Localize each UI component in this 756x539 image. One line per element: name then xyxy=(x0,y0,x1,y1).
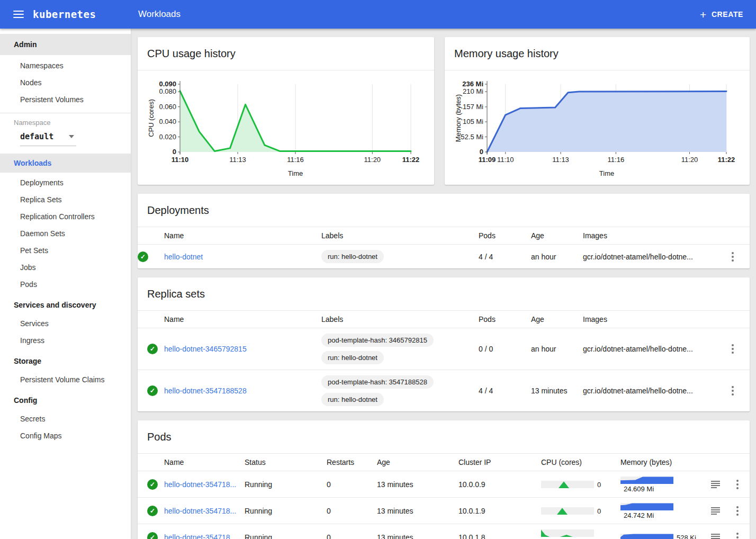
pod-restarts: 0 xyxy=(327,507,377,515)
deployments-title: Deployments xyxy=(138,194,750,227)
sidebar-item-label: Daemon Sets xyxy=(20,229,65,238)
sidebar-item-label: Workloads xyxy=(14,159,51,167)
deployment-link[interactable]: hello-dotnet xyxy=(164,253,203,261)
sidebar-item-admin[interactable]: Admin xyxy=(0,34,131,55)
label-chip: pod-template-hash: 3465792815 xyxy=(321,334,434,347)
replica-set-link[interactable]: hello-dotnet-3547188528 xyxy=(164,387,247,395)
table-row: ✓hello-dotnet-354718...Running013 minute… xyxy=(138,524,750,539)
sidebar-item-label: Jobs xyxy=(20,263,36,272)
row-menu-icon[interactable] xyxy=(734,531,741,539)
svg-text:210 Mi: 210 Mi xyxy=(463,87,483,95)
sidebar-item-config-maps[interactable]: Config Maps xyxy=(0,427,131,444)
cpu-usage-chart: 00.0200.0400.0600.0800.09011:1011:1311:1… xyxy=(147,76,425,179)
sidebar-item-daemon-sets[interactable]: Daemon Sets xyxy=(0,225,131,242)
column-header-pods: Pods xyxy=(479,315,531,324)
svg-text:11:22: 11:22 xyxy=(718,156,735,164)
sidebar-item-label: Services xyxy=(20,319,49,328)
memory-value: 24.742 Mi xyxy=(624,511,654,519)
svg-text:0: 0 xyxy=(480,148,483,156)
sidebar: Admin Namespaces Nodes Persistent Volume… xyxy=(0,29,131,539)
sidebar-item-label: Persistent Volume Claims xyxy=(20,375,105,384)
sidebar-item-workloads[interactable]: Workloads xyxy=(0,154,131,173)
pod-link[interactable]: hello-dotnet-354718... xyxy=(164,480,236,489)
svg-text:0.060: 0.060 xyxy=(159,103,176,111)
sidebar-item-nodes[interactable]: Nodes xyxy=(0,74,131,91)
sidebar-section-storage: Storage xyxy=(0,351,131,371)
cpu-sparkline xyxy=(541,529,594,537)
status-ok-icon: ✓ xyxy=(147,385,158,396)
pod-status: Running xyxy=(245,533,327,539)
sidebar-item-namespaces[interactable]: Namespaces xyxy=(0,57,131,74)
column-header-cpu: CPU (cores) xyxy=(541,458,620,466)
column-header-labels: Labels xyxy=(321,315,479,324)
svg-text:157 Mi: 157 Mi xyxy=(463,103,483,111)
row-menu-icon[interactable] xyxy=(730,342,736,356)
column-header-name: Name xyxy=(164,458,245,466)
sidebar-item-pet-sets[interactable]: Pet Sets xyxy=(0,242,131,259)
column-header-images: Images xyxy=(583,315,718,324)
sidebar-item-jobs[interactable]: Jobs xyxy=(0,259,131,276)
age-value: 13 minutes xyxy=(531,387,583,395)
pods-header-row: Name Status Restarts Age Cluster IP CPU … xyxy=(138,453,750,471)
svg-text:11:10: 11:10 xyxy=(497,156,514,164)
create-button-label: CREATE xyxy=(712,10,743,19)
cpu-value: 0 xyxy=(597,481,601,489)
svg-text:11:16: 11:16 xyxy=(287,156,304,164)
sidebar-item-services[interactable]: Services xyxy=(0,315,131,332)
label-chip: run: hello-dotnet xyxy=(321,351,384,364)
sidebar-item-label: Admin xyxy=(14,40,37,49)
svg-text:11:20: 11:20 xyxy=(364,156,381,164)
table-row: ✓ hello-dotnet-3465792815 pod-template-h… xyxy=(138,328,750,370)
create-button[interactable]: + CREATE xyxy=(700,9,743,20)
replica-sets-card: Replica sets Name Labels Pods Age Images… xyxy=(138,277,750,411)
status-ok-icon: ✓ xyxy=(147,532,158,539)
status-ok-icon: ✓ xyxy=(147,479,158,490)
pod-link[interactable]: hello-dotnet-354718... xyxy=(164,507,236,515)
app-header: kubernetes Workloads + CREATE xyxy=(0,0,756,29)
replica-set-link[interactable]: hello-dotnet-3465792815 xyxy=(164,345,247,353)
table-row: ✓hello-dotnet-354718...Running013 minute… xyxy=(138,471,750,498)
logs-icon[interactable] xyxy=(710,505,721,517)
pods-count: 4 / 4 xyxy=(479,253,531,261)
row-menu-icon[interactable] xyxy=(734,478,741,491)
sidebar-item-persistent-volume-claims[interactable]: Persistent Volume Claims xyxy=(0,371,131,388)
pod-link[interactable]: hello-dotnet-354718... xyxy=(164,533,236,539)
column-header-restarts: Restarts xyxy=(327,458,377,466)
sidebar-item-label: Namespaces xyxy=(20,61,64,70)
column-header-cluster-ip: Cluster IP xyxy=(458,458,541,466)
cpu-sparkline xyxy=(541,507,594,515)
sidebar-item-label: Deployments xyxy=(20,178,64,187)
logs-icon[interactable] xyxy=(710,479,721,490)
age-value: an hour xyxy=(531,345,583,353)
logs-icon[interactable] xyxy=(710,532,721,539)
namespace-select[interactable]: default xyxy=(20,132,76,146)
pods-count: 0 / 0 xyxy=(479,345,531,353)
svg-text:11:13: 11:13 xyxy=(552,156,569,164)
sidebar-item-label: Replica Sets xyxy=(20,195,62,204)
column-header-memory: Memory (bytes) xyxy=(620,458,705,466)
pods-count: 4 / 4 xyxy=(479,387,531,395)
svg-text:0.090: 0.090 xyxy=(159,80,176,88)
row-menu-icon[interactable] xyxy=(730,384,736,398)
sidebar-item-replication-controllers[interactable]: Replication Controllers xyxy=(0,208,131,225)
hamburger-menu-icon[interactable] xyxy=(13,8,24,20)
row-menu-icon[interactable] xyxy=(734,504,741,518)
sidebar-item-label: Pods xyxy=(20,280,37,289)
sidebar-item-persistent-volumes[interactable]: Persistent Volumes xyxy=(0,91,131,108)
row-menu-icon[interactable] xyxy=(730,250,736,264)
images-value: gcr.io/dotnet-atamel/hello-dotne... xyxy=(583,253,718,261)
status-ok-icon: ✓ xyxy=(147,506,158,516)
memory-usage-chart: 052.5 Mi105 Mi157 Mi210 Mi236 Mi11:0911:… xyxy=(454,76,740,179)
column-header-age: Age xyxy=(531,315,583,324)
sidebar-item-pods[interactable]: Pods xyxy=(0,276,131,293)
sidebar-item-deployments[interactable]: Deployments xyxy=(0,174,131,191)
column-header-name: Name xyxy=(164,231,321,240)
sidebar-item-ingress[interactable]: Ingress xyxy=(0,332,131,349)
memory-sparkline xyxy=(620,534,673,539)
replica-sets-title: Replica sets xyxy=(138,277,750,310)
sidebar-item-secrets[interactable]: Secrets xyxy=(0,410,131,427)
cluster-ip-value: 10.0.0.9 xyxy=(458,480,541,489)
sidebar-item-label: Replication Controllers xyxy=(20,212,95,221)
namespace-value: default xyxy=(20,132,53,141)
sidebar-item-replica-sets[interactable]: Replica Sets xyxy=(0,191,131,208)
